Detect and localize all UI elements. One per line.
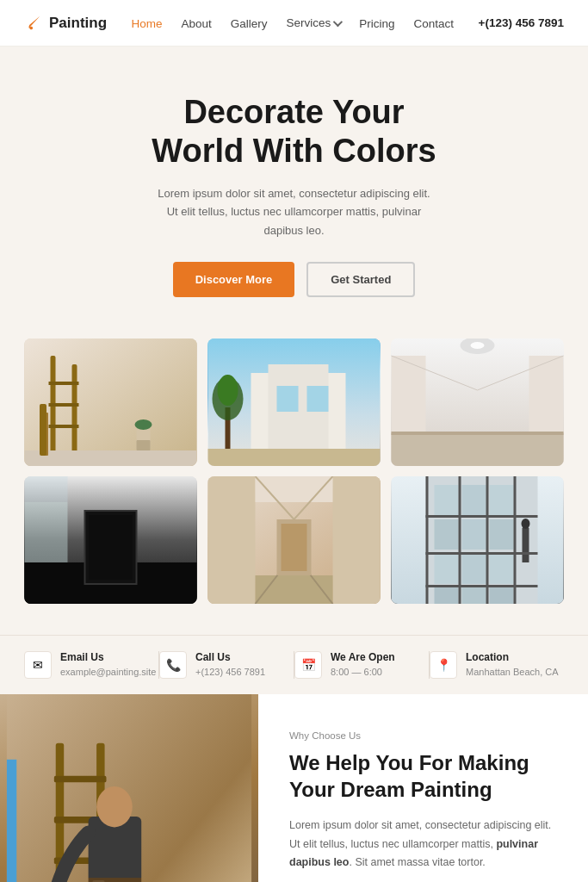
contact-hours-text: We Are Open 8:00 — 6:00: [331, 651, 395, 679]
svg-rect-37: [333, 476, 381, 604]
contact-email: ✉ Email Us example@painting.site: [24, 651, 159, 679]
gallery-image-1: [24, 339, 197, 466]
svg-rect-34: [25, 476, 68, 502]
nav-item-services[interactable]: Services: [287, 16, 341, 29]
svg-rect-10: [25, 450, 197, 466]
why-content: Why Choose Us We Help You For Making You…: [258, 694, 588, 882]
svg-rect-50: [490, 485, 514, 515]
brand-logo[interactable]: Painting: [24, 14, 107, 33]
paint-brush-icon: [24, 14, 43, 33]
svg-rect-2: [51, 356, 56, 459]
contact-location-text: Location Manhattan Beach, CA: [466, 651, 559, 679]
location-icon: 📍: [430, 651, 457, 679]
contact-location: 📍 Location Manhattan Beach, CA: [430, 651, 564, 679]
gallery-image-3: [391, 339, 564, 466]
gallery-image-4: [24, 476, 197, 604]
svg-rect-49: [462, 485, 486, 515]
nav-item-home[interactable]: Home: [131, 16, 162, 31]
svg-rect-26: [392, 432, 564, 435]
hero-section: Decorate Your World With Colors Lorem ip…: [0, 47, 588, 339]
svg-rect-36: [208, 476, 256, 604]
gallery-item-5[interactable]: [207, 476, 381, 604]
phone-number[interactable]: +(123) 456 7891: [479, 16, 564, 29]
nav-links: Home About Gallery Services Pricing Cont…: [131, 16, 454, 31]
get-started-button[interactable]: Get Started: [306, 262, 415, 297]
svg-rect-52: [462, 519, 486, 550]
nav-item-gallery[interactable]: Gallery: [231, 16, 268, 31]
why-section: Why Choose Us We Help You For Making You…: [0, 694, 588, 882]
gallery-section: [0, 339, 588, 635]
svg-point-22: [471, 342, 485, 349]
gallery-item-4[interactable]: [24, 476, 197, 604]
svg-rect-68: [426, 585, 538, 587]
svg-rect-4: [49, 382, 79, 385]
svg-rect-48: [435, 485, 459, 515]
svg-rect-65: [514, 476, 517, 604]
svg-point-8: [135, 419, 152, 430]
gallery-item-2[interactable]: [207, 339, 381, 466]
calendar-icon: 📅: [294, 651, 322, 679]
phone-icon: 📞: [159, 651, 187, 679]
hero-heading: Decorate Your World With Colors: [69, 93, 519, 171]
svg-rect-14: [277, 386, 299, 412]
svg-rect-67: [426, 552, 538, 555]
svg-rect-58: [462, 587, 486, 604]
why-heading: We Help You For Making Your Dream Painti…: [289, 749, 557, 803]
contact-hours: 📅 We Are Open 8:00 — 6:00: [294, 651, 430, 679]
svg-rect-56: [490, 554, 514, 584]
gallery-item-1[interactable]: [24, 339, 197, 466]
contact-phone-text: Call Us +(123) 456 7891: [195, 651, 265, 679]
gallery-image-5: [207, 476, 381, 604]
svg-rect-6: [49, 425, 79, 428]
svg-point-18: [218, 375, 238, 406]
nav-item-contact[interactable]: Contact: [414, 16, 455, 31]
svg-rect-3: [72, 364, 77, 459]
painter-illustration: [0, 694, 258, 882]
discover-more-button[interactable]: Discover More: [173, 262, 295, 297]
nav-item-about[interactable]: About: [182, 16, 212, 31]
contact-bar: ✉ Email Us example@painting.site 📞 Call …: [0, 635, 588, 694]
svg-rect-70: [7, 760, 16, 882]
painter-image: [0, 694, 258, 882]
svg-rect-15: [307, 386, 329, 412]
svg-point-83: [96, 786, 133, 827]
svg-rect-45: [282, 524, 307, 571]
email-icon: ✉: [24, 651, 52, 679]
chevron-down-icon: [333, 16, 343, 26]
why-description: Lorem ipsum dolor sit amet, consectetur …: [289, 817, 557, 872]
svg-rect-9: [137, 440, 151, 450]
navbar: Painting Home About Gallery Services Pri…: [0, 0, 588, 47]
svg-point-61: [522, 519, 530, 529]
svg-rect-25: [392, 433, 564, 466]
contact-phone: 📞 Call Us +(123) 456 7891: [159, 651, 294, 679]
gallery-item-6[interactable]: [391, 476, 564, 604]
svg-rect-53: [490, 519, 514, 550]
gallery-image-2: [207, 339, 381, 466]
hero-description: Lorem ipsum dolor sit amet, consectetur …: [157, 184, 432, 239]
svg-rect-5: [49, 403, 79, 407]
svg-rect-60: [523, 528, 529, 562]
nav-item-pricing[interactable]: Pricing: [359, 16, 394, 31]
svg-rect-63: [459, 476, 461, 604]
svg-rect-54: [435, 554, 459, 584]
brand-name: Painting: [49, 15, 107, 32]
svg-rect-59: [490, 587, 514, 604]
hero-buttons: Discover More Get Started: [69, 262, 519, 297]
gallery-image-6: [391, 476, 564, 604]
svg-rect-57: [435, 587, 459, 604]
svg-rect-66: [426, 515, 538, 518]
svg-rect-64: [486, 476, 489, 604]
svg-rect-32: [90, 515, 133, 580]
contact-email-text: Email Us example@painting.site: [60, 651, 156, 679]
svg-rect-33: [25, 502, 68, 562]
svg-rect-19: [208, 449, 381, 466]
svg-rect-51: [435, 519, 459, 550]
svg-rect-73: [54, 776, 107, 783]
svg-rect-55: [462, 554, 486, 584]
gallery-item-3[interactable]: [391, 339, 564, 466]
why-tag: Why Choose Us: [289, 730, 557, 741]
svg-rect-62: [426, 476, 429, 604]
